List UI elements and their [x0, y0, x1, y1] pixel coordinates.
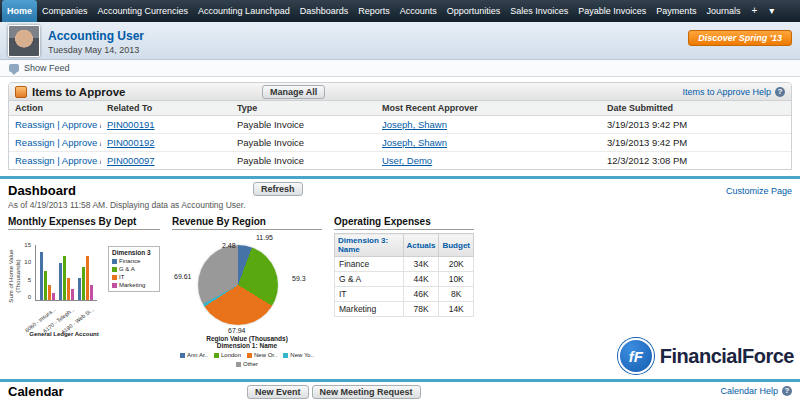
- opex-value-cell: 44K: [403, 272, 439, 287]
- approvals-table: ActionRelated ToTypeMost Recent Approver…: [9, 101, 791, 169]
- tab-reports[interactable]: Reports: [353, 0, 395, 22]
- bar-chart: Sum of Home Value (Thousands) 151050 606…: [8, 233, 160, 351]
- pie-value-label: 11.95: [256, 234, 273, 241]
- opex-row: IT46K8K: [335, 287, 474, 302]
- legend-item: London: [214, 351, 241, 359]
- bar-x-axis-label: General Ledger Account: [28, 331, 100, 338]
- calendar-help: Calendar Help ?: [720, 386, 792, 396]
- tab-accounts[interactable]: Accounts: [395, 0, 442, 22]
- bar-marketing: [90, 285, 93, 300]
- refresh-button[interactable]: Refresh: [253, 182, 303, 196]
- operating-expenses-table-panel[interactable]: Operating Expenses Dimension 3: NameActu…: [334, 216, 474, 366]
- nav-caret-icon[interactable]: ▾: [763, 0, 780, 22]
- pie-chart: 2.4811.9559.369.6167.94: [172, 233, 322, 335]
- opex-value-cell: 34K: [403, 257, 439, 272]
- bar-x-labels: 6060 - Insura...6170 - Teleph...6190 - W…: [35, 303, 97, 329]
- calendar-help-link[interactable]: Calendar Help: [720, 386, 778, 396]
- opex-row: G & A44K10K: [335, 272, 474, 287]
- legend-swatch: [112, 267, 117, 272]
- bar-group: [59, 245, 74, 300]
- related-to-link[interactable]: PIN000191: [107, 119, 155, 130]
- column-header: Action: [9, 101, 101, 116]
- legend-label: New Or..: [254, 351, 277, 359]
- new-meeting-request-button[interactable]: New Meeting Request: [312, 385, 421, 399]
- help-icon[interactable]: ?: [782, 386, 792, 396]
- bar-group: [78, 245, 93, 300]
- feed-bubble-icon: [9, 64, 19, 72]
- reassign-approve-reject-link[interactable]: Reassign | Approve / Reject: [15, 155, 101, 166]
- bar-marketing: [52, 293, 55, 300]
- legend-label: New Yo..: [290, 351, 314, 359]
- tab-home[interactable]: Home: [2, 0, 37, 22]
- bar-group: [40, 245, 55, 300]
- help-icon[interactable]: ?: [775, 87, 785, 97]
- related-to-link[interactable]: PIN000192: [107, 137, 155, 148]
- monthly-expenses-chart[interactable]: Monthly Expenses By Dept Sum of Home Val…: [8, 216, 160, 366]
- legend-label: Marketing: [119, 281, 145, 289]
- items-to-approve-help-link[interactable]: Items to Approve Help: [682, 87, 771, 97]
- opex-name-cell: Marketing: [335, 302, 404, 317]
- add-tab-button[interactable]: +: [745, 0, 763, 22]
- tab-journals[interactable]: Journals: [701, 0, 745, 22]
- calendar-section: Calendar New Event New Meeting Request C…: [0, 379, 800, 400]
- date-submitted-cell: 12/3/2012 3:08 PM: [601, 152, 791, 170]
- y-tick: 15: [20, 242, 31, 248]
- opex-value-cell: 78K: [403, 302, 439, 317]
- feed-bar: Show Feed: [0, 60, 800, 77]
- items-to-approve-title: Items to Approve: [32, 86, 126, 98]
- bar-ga: [44, 271, 47, 300]
- legend-item: Marketing: [112, 281, 156, 289]
- approver-link[interactable]: Joseph, Shawn: [382, 137, 447, 148]
- bar-ga: [63, 256, 66, 300]
- approval-row: Reassign | Approve / RejectPIN000097Paya…: [9, 152, 791, 170]
- related-to-cell: PIN000192: [101, 134, 231, 152]
- new-event-button[interactable]: New Event: [247, 385, 309, 399]
- opex-value-cell: 14K: [439, 302, 474, 317]
- legend-label: IT: [119, 273, 124, 281]
- items-to-approve-header: Items to Approve Manage All Items to App…: [9, 83, 791, 101]
- user-name-link[interactable]: Accounting User: [48, 29, 144, 43]
- approver-cell: User, Demo: [376, 152, 601, 170]
- tab-opportunities[interactable]: Opportunities: [442, 0, 506, 22]
- legend-swatch: [112, 283, 117, 288]
- opex-name-cell: IT: [335, 287, 404, 302]
- opex-column-header: Dimension 3: Name: [335, 234, 404, 257]
- legend-swatch: [214, 353, 219, 358]
- bar-it: [67, 278, 70, 300]
- approver-link[interactable]: User, Demo: [382, 155, 432, 166]
- reassign-approve-reject-link[interactable]: Reassign | Approve / Reject: [15, 137, 101, 148]
- tab-companies[interactable]: Companies: [37, 0, 93, 22]
- calendar-buttons: New Event New Meeting Request: [247, 385, 421, 399]
- current-date: Tuesday May 14, 2013: [48, 45, 144, 55]
- tab-accounting-currencies[interactable]: Accounting Currencies: [93, 0, 194, 22]
- pie-value-label: 69.61: [174, 273, 192, 280]
- tab-accounting-launchpad[interactable]: Accounting Launchpad: [193, 0, 295, 22]
- type-cell: Payable Invoice: [231, 134, 376, 152]
- opex-value-cell: 8K: [439, 287, 474, 302]
- manage-all-button[interactable]: Manage All: [262, 85, 325, 99]
- action-cell: Reassign | Approve / Reject: [9, 116, 101, 134]
- tab-dashboards[interactable]: Dashboards: [295, 0, 354, 22]
- revenue-by-region-chart[interactable]: Revenue By Region 2.4811.9559.369.6167.9…: [172, 216, 322, 366]
- tab-payable-invoices[interactable]: Payable Invoices: [573, 0, 651, 22]
- related-to-cell: PIN000097: [101, 152, 231, 170]
- page: HomeCompaniesAccounting CurrenciesAccoun…: [0, 0, 800, 366]
- column-header: Most Recent Approver: [376, 101, 601, 116]
- legend-item: IT: [112, 273, 156, 281]
- items-to-approve-panel: Items to Approve Manage All Items to App…: [8, 82, 792, 170]
- avatar[interactable]: [8, 25, 40, 57]
- discover-spring-button[interactable]: Discover Spring '13: [688, 30, 792, 46]
- reassign-approve-reject-link[interactable]: Reassign | Approve / Reject: [15, 119, 101, 130]
- pie-value-label: 67.94: [228, 327, 246, 334]
- tab-payments[interactable]: Payments: [651, 0, 701, 22]
- customize-page-link[interactable]: Customize Page: [726, 186, 792, 196]
- approver-link[interactable]: Joseph, Shawn: [382, 119, 447, 130]
- bar-plot-area: [35, 245, 97, 301]
- bar-legend: Dimension 3 FinanceG & AITMarketing: [108, 246, 160, 292]
- legend-item: Other: [236, 360, 258, 368]
- bar-it: [48, 285, 51, 300]
- tab-sales-invoices[interactable]: Sales Invoices: [505, 0, 573, 22]
- show-feed-link[interactable]: Show Feed: [24, 63, 70, 73]
- related-to-link[interactable]: PIN000097: [107, 155, 155, 166]
- legend-swatch: [180, 353, 185, 358]
